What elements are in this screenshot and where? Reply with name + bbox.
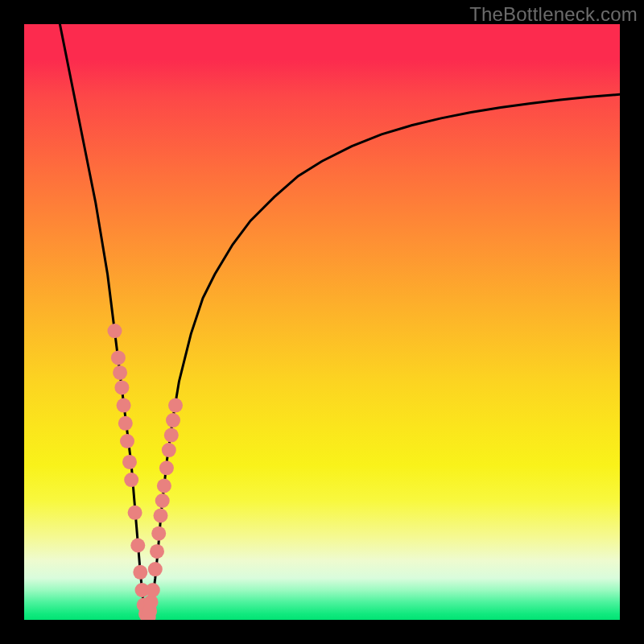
curve-marker: [108, 324, 122, 338]
marker-group: [108, 324, 184, 620]
curve-marker: [128, 506, 142, 520]
chart-svg: [24, 24, 620, 620]
curve-marker: [111, 350, 126, 365]
curve-marker: [164, 428, 179, 443]
curve-marker: [151, 526, 166, 541]
curve-marker: [155, 493, 170, 508]
curve-marker: [117, 398, 131, 413]
curve-marker: [148, 562, 163, 576]
curve-marker: [113, 365, 127, 380]
chart-plot-area: [24, 24, 620, 620]
curve-marker: [124, 473, 138, 487]
curve-marker: [162, 443, 176, 457]
curve-marker: [146, 583, 160, 597]
bottleneck-curve-path: [60, 24, 620, 617]
curve-marker: [159, 460, 174, 475]
chart-frame: TheBottleneck.com: [0, 0, 644, 644]
curve-marker: [122, 455, 137, 469]
curve-marker: [157, 479, 171, 493]
curve-marker: [150, 544, 164, 559]
curve-marker: [130, 539, 145, 553]
curve-marker: [154, 509, 168, 523]
watermark-text: TheBottleneck.com: [469, 3, 638, 26]
curve-marker: [168, 398, 183, 413]
curve-marker: [118, 416, 133, 431]
curve-marker: [133, 565, 147, 580]
curve-marker: [120, 434, 134, 448]
curve-marker: [166, 413, 180, 427]
curve-marker: [114, 380, 129, 394]
